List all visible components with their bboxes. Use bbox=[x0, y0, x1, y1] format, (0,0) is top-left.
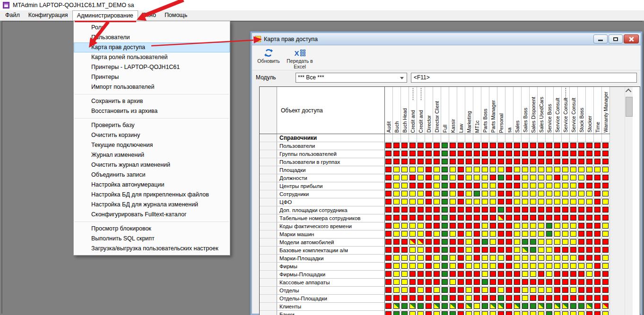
permission-cell[interactable] bbox=[417, 150, 425, 158]
permission-cell[interactable] bbox=[538, 142, 546, 150]
permission-cell[interactable] bbox=[505, 311, 513, 315]
permission-cell[interactable] bbox=[538, 182, 546, 190]
permission-cell[interactable] bbox=[489, 174, 497, 182]
permission-cell[interactable] bbox=[562, 303, 570, 311]
menu-item[interactable]: Загрузка/выгрузка пользовательских настр… bbox=[74, 244, 230, 254]
permission-cell[interactable] bbox=[497, 238, 505, 247]
permission-cell[interactable] bbox=[409, 230, 417, 238]
permission-cell[interactable] bbox=[393, 287, 401, 295]
permission-cell[interactable] bbox=[465, 166, 473, 174]
permission-cell[interactable] bbox=[481, 214, 489, 222]
permission-cell[interactable] bbox=[425, 247, 433, 255]
permission-cell[interactable] bbox=[578, 134, 586, 142]
permission-cell[interactable] bbox=[530, 247, 538, 255]
permission-cell[interactable] bbox=[457, 222, 465, 230]
permission-cell[interactable] bbox=[417, 247, 425, 255]
row-indicator[interactable] bbox=[260, 214, 277, 222]
permission-cell[interactable] bbox=[417, 279, 425, 287]
permission-cell[interactable] bbox=[433, 166, 441, 174]
permission-cell[interactable] bbox=[489, 311, 497, 315]
permission-cell[interactable] bbox=[425, 230, 433, 238]
permission-cell[interactable] bbox=[393, 206, 401, 214]
permission-cell[interactable] bbox=[538, 214, 546, 222]
permission-cell[interactable] bbox=[481, 295, 489, 303]
permission-cell[interactable] bbox=[602, 230, 610, 238]
column-header[interactable]: Law bbox=[457, 87, 465, 134]
permission-cell[interactable] bbox=[401, 182, 409, 190]
column-header[interactable]: Service Consult bbox=[554, 87, 562, 134]
permission-cell[interactable] bbox=[586, 174, 594, 182]
permission-cell[interactable] bbox=[409, 158, 417, 166]
permission-cell[interactable] bbox=[594, 142, 602, 150]
permission-cell[interactable] bbox=[401, 230, 409, 238]
menu-item[interactable]: Очистить журнал изменений bbox=[74, 160, 230, 170]
permission-cell[interactable] bbox=[538, 263, 546, 271]
row-indicator[interactable] bbox=[260, 222, 277, 230]
column-header[interactable]: Marketing bbox=[465, 87, 473, 134]
permission-cell[interactable] bbox=[417, 263, 425, 271]
permission-cell[interactable] bbox=[530, 263, 538, 271]
permission-cell[interactable] bbox=[393, 142, 401, 150]
permission-cell[interactable] bbox=[505, 271, 513, 279]
permission-cell[interactable] bbox=[546, 134, 554, 142]
permission-cell[interactable] bbox=[385, 247, 393, 255]
menu-item[interactable]: Пользователи bbox=[74, 33, 230, 43]
permission-cell[interactable] bbox=[586, 142, 594, 150]
permission-cell[interactable] bbox=[586, 182, 594, 190]
permission-cell[interactable] bbox=[513, 198, 522, 206]
permission-cell[interactable] bbox=[457, 230, 465, 238]
permission-cell[interactable] bbox=[489, 295, 497, 303]
permission-cell[interactable] bbox=[465, 287, 473, 295]
permission-cell[interactable] bbox=[602, 287, 610, 295]
permission-cell[interactable] bbox=[417, 271, 425, 279]
permission-cell[interactable] bbox=[457, 206, 465, 214]
permission-cell[interactable] bbox=[473, 279, 481, 287]
column-header[interactable]: Director Client bbox=[433, 87, 441, 134]
permission-cell[interactable] bbox=[578, 263, 586, 271]
permission-cell[interactable] bbox=[538, 255, 546, 263]
row-indicator[interactable] bbox=[260, 287, 277, 295]
permission-cell[interactable] bbox=[401, 238, 409, 247]
permission-cell[interactable] bbox=[409, 263, 417, 271]
vertical-scrollbar[interactable] bbox=[625, 87, 633, 315]
permission-cell[interactable] bbox=[433, 134, 441, 142]
permission-cell[interactable] bbox=[489, 142, 497, 150]
permission-cell[interactable] bbox=[473, 206, 481, 214]
permission-cell[interactable] bbox=[417, 174, 425, 182]
child-titlebar[interactable]: Карта прав доступа bbox=[252, 33, 641, 45]
permission-cell[interactable] bbox=[578, 238, 586, 247]
permission-cell[interactable] bbox=[530, 255, 538, 263]
permission-cell[interactable] bbox=[497, 206, 505, 214]
permission-cell[interactable] bbox=[465, 158, 473, 166]
permission-cell[interactable] bbox=[505, 247, 513, 255]
permission-cell[interactable] bbox=[505, 206, 513, 214]
permission-cell[interactable] bbox=[594, 206, 602, 214]
permission-cell[interactable] bbox=[425, 295, 433, 303]
permission-cell[interactable] bbox=[465, 206, 473, 214]
permission-cell[interactable] bbox=[409, 166, 417, 174]
permission-cell[interactable] bbox=[441, 142, 449, 150]
menu-item[interactable]: Выполнить SQL скрипт bbox=[74, 234, 230, 244]
permission-cell[interactable] bbox=[497, 303, 505, 311]
permission-cell[interactable] bbox=[554, 247, 562, 255]
permission-cell[interactable] bbox=[473, 255, 481, 263]
menu-item[interactable]: Очистить корзину bbox=[74, 130, 230, 140]
permission-cell[interactable] bbox=[586, 255, 594, 263]
permission-cell[interactable] bbox=[513, 182, 522, 190]
permission-cell[interactable] bbox=[393, 303, 401, 311]
menubar-item[interactable]: Помощь bbox=[160, 10, 191, 20]
permission-cell[interactable] bbox=[497, 271, 505, 279]
permission-cell[interactable] bbox=[594, 271, 602, 279]
permission-cell[interactable] bbox=[385, 311, 393, 315]
permission-cell[interactable] bbox=[505, 230, 513, 238]
permission-cell[interactable] bbox=[594, 182, 602, 190]
permission-cell[interactable] bbox=[594, 134, 602, 142]
permission-cell[interactable] bbox=[554, 238, 562, 247]
permission-cell[interactable] bbox=[562, 150, 570, 158]
permission-cell[interactable] bbox=[393, 190, 401, 198]
permission-cell[interactable] bbox=[562, 182, 570, 190]
permission-cell[interactable] bbox=[425, 222, 433, 230]
column-header[interactable]: MT1c bbox=[473, 87, 481, 134]
permission-cell[interactable] bbox=[449, 303, 457, 311]
permission-cell[interactable] bbox=[530, 271, 538, 279]
